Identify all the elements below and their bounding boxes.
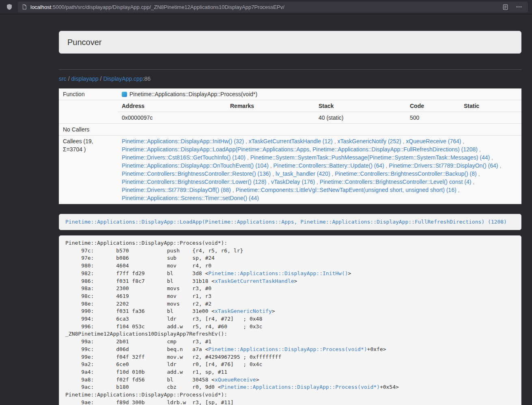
callee-link[interactable]: Pinetime::Drivers::Cst816S::GetTouchInfo…: [122, 154, 246, 161]
callee-link[interactable]: Pinetime::Applications::DisplayApp::OnTo…: [122, 162, 269, 169]
callee-link[interactable]: xTaskGenericNotify (252): [337, 138, 401, 144]
shield-icon: [6, 4, 13, 10]
breadcrumb: src/displayapp/DisplayApp.cpp:86: [59, 75, 521, 83]
callee-link[interactable]: Pinetime::Controllers::Battery::Update()…: [274, 162, 384, 169]
url-domain: localhost: [30, 4, 51, 10]
symbol-info-table: Function Pinetime::Applications::Display…: [59, 88, 521, 204]
callee-link[interactable]: Pinetime::Controllers::BrightnessControl…: [122, 170, 271, 177]
code-symbol-link[interactable]: Pinetime::Applications::DisplayApp::Proc…: [208, 346, 367, 352]
callee-separator: ,: [384, 162, 389, 169]
static-value: [460, 112, 521, 124]
callee-link[interactable]: xTaskGetCurrentTaskHandle (12): [249, 138, 333, 144]
reader-view-icon[interactable]: [500, 2, 510, 12]
callee-separator: ,: [477, 170, 480, 177]
callee-link[interactable]: Pinetime::Controllers::BrightnessControl…: [320, 179, 471, 185]
code-size-value: 500: [406, 112, 460, 124]
stats-cell: Address Remarks Stack Code Static 0x0000…: [118, 100, 521, 124]
callee-link[interactable]: Pinetime::Drivers::St7789::DisplayOn() (…: [389, 162, 498, 169]
callee-link[interactable]: Pinetime::System::SystemTask::PushMessag…: [250, 154, 490, 161]
method-icon: [122, 92, 127, 97]
callee-link[interactable]: vTaskDelay (176): [271, 179, 315, 185]
stack-value: 40 (static): [314, 112, 406, 124]
stats-header-remarks: Remarks: [226, 100, 314, 112]
stats-value-row: 0x0000097c 40 (static) 500: [118, 112, 521, 124]
callee-link[interactable]: Pinetime::Controllers::BrightnessControl…: [335, 170, 476, 177]
stats-header-stack: Stack: [314, 100, 406, 112]
stats-header-code: Code: [406, 100, 460, 112]
callee-separator: ,: [244, 138, 249, 144]
callee-link[interactable]: Pinetime::Components::LittleVgl::SetNewT…: [236, 187, 457, 193]
row-label-empty: [59, 100, 118, 124]
callee-separator: ,: [490, 154, 493, 161]
function-row: Function Pinetime::Applications::Display…: [59, 88, 521, 100]
page-actions-menu-icon[interactable]: [514, 2, 524, 12]
breadcrumb-item-file[interactable]: DisplayApp.cpp: [103, 75, 142, 82]
callees-row: Callees (19, Σ=3704 ) Pinetime::Applicat…: [59, 136, 521, 204]
breadcrumb-item-src[interactable]: src: [59, 75, 67, 82]
breadcrumb-separator: /: [99, 75, 103, 82]
callee-link[interactable]: Pinetime::Controllers::BrightnessControl…: [122, 179, 266, 185]
callees-list: Pinetime::Applications::DisplayApp::Init…: [122, 137, 517, 202]
function-cell: Pinetime::Applications::DisplayApp::Proc…: [118, 88, 521, 100]
callee-link[interactable]: xQueueReceive (764): [406, 138, 461, 144]
stats-header-address: Address: [118, 100, 226, 112]
callee-separator: ,: [315, 179, 320, 185]
callee-separator: ,: [266, 179, 271, 185]
address-value: 0x0000097c: [118, 112, 226, 124]
callers-row: No Callers: [59, 124, 521, 136]
stats-table: Address Remarks Stack Code Static 0x0000…: [118, 100, 521, 123]
callee-separator: ,: [269, 162, 274, 169]
callee-separator: ,: [457, 187, 460, 193]
callee-link[interactable]: lv_task_handler (420): [276, 170, 330, 177]
breadcrumb-line-number: :86: [143, 75, 151, 82]
page-info-icon[interactable]: [22, 4, 27, 10]
disassembly-section-header: Pinetime::Applications::DisplayApp::Load…: [59, 214, 521, 230]
callee-separator: ,: [478, 146, 481, 153]
symbol-name: Pinetime::Applications::DisplayApp::Proc…: [129, 91, 257, 97]
stats-row: Address Remarks Stack Code Static 0x0000…: [59, 100, 521, 124]
callee-separator: ,: [333, 138, 338, 144]
disassembly-header-link[interactable]: Pinetime::Applications::DisplayApp::Load…: [65, 219, 507, 225]
divider: [59, 69, 521, 70]
stats-header-row: Address Remarks Stack Code Static: [118, 100, 521, 112]
stats-header-static: Static: [460, 100, 521, 112]
app-header-panel: Puncover: [59, 31, 521, 54]
row-label-function: Function: [59, 88, 118, 100]
callee-link[interactable]: Pinetime::Applications::DisplayApp::Init…: [122, 138, 244, 144]
code-symbol-link[interactable]: Pinetime::Applications::DisplayApp::Init…: [208, 270, 348, 276]
url-text: localhost:5000/path/src/displayapp/Displ…: [30, 4, 284, 10]
browser-toolbar: localhost:5000/path/src/displayapp/Displ…: [0, 0, 532, 14]
callee-separator: ,: [246, 154, 250, 161]
callee-separator: ,: [231, 187, 236, 193]
url-path: :5000/path/src/displayapp/DisplayApp.cpp…: [51, 4, 284, 10]
page-container: Puncover src/displayapp/DisplayApp.cpp:8…: [59, 31, 521, 405]
callee-separator: ,: [401, 138, 406, 144]
breadcrumb-item-displayapp[interactable]: displayapp: [71, 75, 99, 82]
callee-separator: ,: [498, 162, 502, 169]
url-bar[interactable]: localhost:5000/path/src/displayapp/Displ…: [18, 2, 528, 13]
row-label-no-callers: No Callers: [59, 124, 118, 136]
remarks-value: [226, 112, 314, 124]
row-label-callees: Callees (19, Σ=3704 ): [59, 136, 118, 204]
disassembly-listing: Pinetime::Applications::DisplayApp::Proc…: [59, 235, 521, 405]
page-title: Puncover: [67, 38, 102, 47]
callee-link[interactable]: Pinetime::Applications::DisplayApp::Load…: [122, 146, 478, 153]
callee-separator: ,: [271, 170, 276, 177]
code-symbol-link[interactable]: xTaskGetCurrentTaskHandle: [215, 278, 294, 284]
callee-link[interactable]: Pinetime::Drivers::St7789::DisplayOff() …: [122, 187, 231, 193]
callers-cell: [118, 124, 521, 136]
code-symbol-link[interactable]: Pinetime::Applications::DisplayApp::Proc…: [221, 384, 380, 390]
callee-separator: ,: [461, 138, 464, 144]
callee-separator: ,: [471, 179, 474, 185]
callee-separator: ,: [330, 170, 335, 177]
breadcrumb-separator: /: [67, 75, 71, 82]
code-symbol-link[interactable]: xQueueReceive: [215, 377, 256, 383]
callees-cell: Pinetime::Applications::DisplayApp::Init…: [118, 136, 521, 204]
tracking-protection-shield-icon[interactable]: [4, 2, 15, 12]
callee-link[interactable]: Pinetime::Applications::Screens::Timer::…: [122, 195, 259, 201]
code-symbol-link[interactable]: xTaskGenericNotify: [215, 308, 272, 314]
